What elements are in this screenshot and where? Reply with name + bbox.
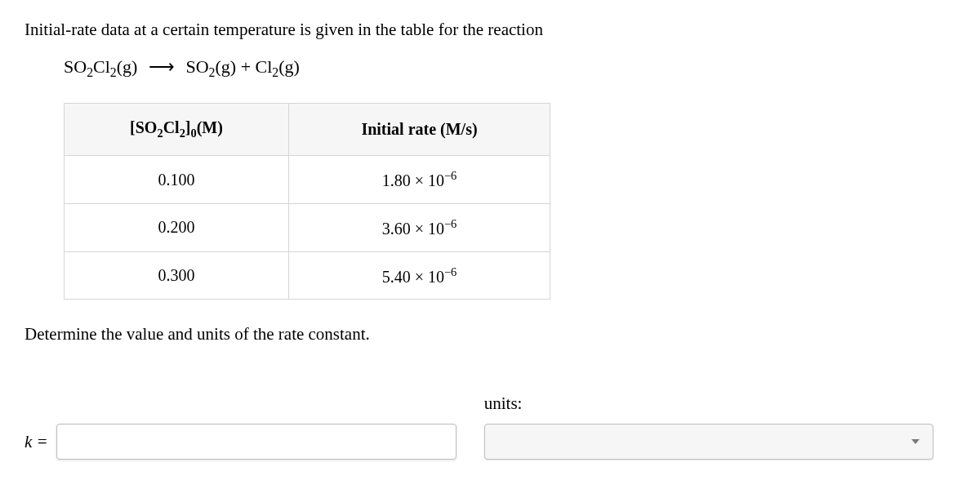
reaction-equation: SO2Cl2(g) ⟶ SO2(g) + Cl2(g) [64, 56, 956, 80]
chevron-down-icon [911, 439, 920, 444]
table-row: 0.100 1.80 × 10−6 [65, 156, 550, 204]
header-rate: Initial rate (M/s) [289, 104, 550, 156]
conc-cell: 0.300 [65, 251, 289, 300]
rate-cell: 1.80 × 10−6 [289, 156, 550, 204]
k-value-input[interactable] [56, 424, 457, 460]
units-label: units: [484, 393, 956, 414]
table-row: 0.200 3.60 × 10−6 [65, 204, 550, 252]
reaction-arrow-icon: ⟶ [149, 56, 175, 77]
rate-cell: 5.40 × 10−6 [289, 251, 550, 300]
intro-text: Initial-rate data at a certain temperatu… [24, 20, 956, 40]
k-label: k = [24, 432, 48, 452]
data-table: [SO2Cl2]0(M) Initial rate (M/s) 0.100 1.… [64, 103, 550, 300]
instruction-text: Determine the value and units of the rat… [24, 324, 956, 345]
rate-cell: 3.60 × 10−6 [289, 204, 550, 252]
table-row: 0.300 5.40 × 10−6 [65, 251, 550, 300]
units-select[interactable] [484, 424, 933, 460]
conc-cell: 0.200 [65, 204, 289, 252]
answer-area: k = units: [24, 393, 956, 460]
header-concentration: [SO2Cl2]0(M) [65, 104, 289, 156]
conc-cell: 0.100 [65, 156, 289, 204]
